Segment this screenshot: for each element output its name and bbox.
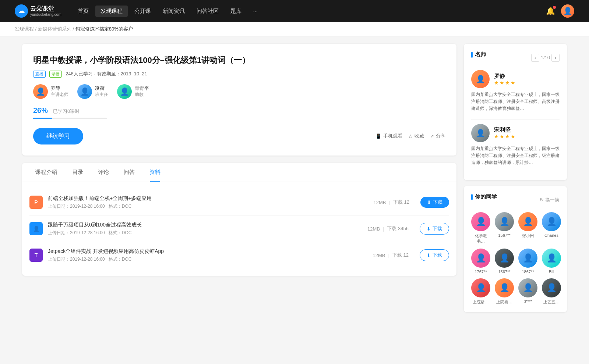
download-button[interactable]: ⬇ 下载 [420, 223, 449, 235]
classmate-avatar: 👤 [471, 212, 490, 231]
logo[interactable]: ☁ 云朵课堂 yunduoketang.com [15, 4, 61, 18]
classmate-avatar-icon: 👤 [518, 278, 537, 297]
classmate-item[interactable]: 👤 1867** [518, 249, 537, 274]
teachers-sidebar-card: 名师 ‹ 1/10 › 👤 罗静 ★★★★ 国内某重点大学安全工程专业硕士，国家… [464, 44, 567, 180]
sidebar-teacher-header: 👤 宋利坚 ★★★★ [471, 124, 560, 142]
sidebar-teacher-avatar: 👤 [471, 124, 490, 142]
teacher-item: 👤 凌荷 班主任 [77, 84, 108, 99]
nav-item-发现课程[interactable]: 发现课程 [95, 6, 128, 17]
classmate-item[interactable]: 👤 1567** [495, 249, 514, 274]
stats-divider: | [389, 200, 390, 205]
classmate-name: 上院桥… [473, 299, 489, 305]
logo-icon: ☁ [15, 4, 28, 18]
nav-item-问答社区[interactable]: 问答社区 [191, 6, 224, 17]
classmate-avatar: 👤 [471, 278, 490, 297]
refresh-classmates-button[interactable]: ↻ 换一换 [540, 197, 560, 203]
logo-text: 云朵课堂 yunduoketang.com [30, 5, 61, 17]
classmate-name: 张小田 [522, 233, 534, 239]
resource-meta: 上传日期：2019-12-28 16:00 格式：DOC [48, 203, 368, 210]
tabs-card: 课程介绍目录评论问答资料 P 前端全栈加强版！前端全栈+全周期+多端应用 上传日… [22, 163, 456, 276]
resource-downloads: 下载 12 [392, 252, 409, 258]
classmate-item[interactable]: 👤 1567** [495, 212, 514, 244]
navbar: ☁ 云朵课堂 yunduoketang.com 首页发现课程公开课新闻资讯问答社… [0, 0, 589, 22]
classmate-name: Charles [544, 233, 558, 238]
resource-downloads: 下载 12 [393, 199, 409, 206]
tab-content: P 前端全栈加强版！前端全栈+全周期+多端应用 上传日期：2019-12-28 … [22, 182, 456, 276]
next-page-button[interactable]: › [551, 54, 560, 62]
classmate-item[interactable]: 👤 张小田 [518, 212, 537, 244]
user-avatar-nav[interactable]: 👤 [561, 4, 574, 18]
breadcrumb-link-1[interactable]: 发现课程 [15, 26, 34, 32]
classmate-name: 1867** [522, 270, 534, 274]
teacher-item: 👤 青青平 助教 [117, 84, 149, 99]
nav-item-题库[interactable]: 题库 [225, 6, 247, 17]
resource-size: 12MB [367, 226, 380, 232]
resource-meta: 上传日期：2019-12-28 16:00 格式：DOC [48, 230, 362, 236]
classmate-avatar-icon: 👤 [471, 212, 490, 231]
classmate-avatar: 👤 [495, 212, 514, 231]
classmate-avatar-icon: 👤 [518, 212, 537, 231]
teacher-avatar: 👤 [77, 84, 92, 99]
course-stats: 246人已学习 · 有效期至：2019–10–21 [66, 71, 147, 77]
teachers-sidebar-header: 名师 ‹ 1/10 › [471, 51, 560, 64]
resource-stats: 12MB | 下载 12 [374, 199, 409, 206]
progress-section: 26% 已学习0课时 [33, 106, 445, 119]
sidebar-teacher-stars: ★★★★ [494, 133, 516, 139]
nav-item-首页[interactable]: 首页 [73, 6, 94, 17]
collect-button[interactable]: ☆ 收藏 [408, 133, 424, 139]
teacher-item: 👤 罗静 主讲老师 [33, 84, 68, 99]
download-button[interactable]: ⬇ 下载 [420, 197, 449, 208]
classmate-avatar: 👤 [518, 249, 537, 268]
notification-bell[interactable]: 🔔 [546, 7, 555, 15]
nav-item-···[interactable]: ··· [248, 6, 263, 17]
progress-bar-fill [33, 118, 52, 119]
classmate-avatar-icon: 👤 [471, 278, 490, 297]
course-title: 明星中教授课，小学阶段语法100分–强化级第1讲动词（一） [33, 55, 445, 66]
teachers-sidebar-title: 名师 [471, 51, 486, 58]
star-icon: ☆ [408, 133, 413, 139]
classmate-name: Bill [549, 270, 554, 274]
teachers-list: 👤 罗静 主讲老师 👤 凌荷 班主任 👤 青青平 助教 [33, 84, 445, 99]
tab-目录[interactable]: 目录 [66, 163, 89, 182]
tab-评论[interactable]: 评论 [92, 163, 115, 182]
action-buttons: 📱 手机观看 ☆ 收藏 ↗ 分享 [375, 133, 445, 139]
share-button[interactable]: ↗ 分享 [430, 133, 445, 139]
sidebar-teachers-list: 👤 罗静 ★★★★ 国内某重点大学安全工程专业硕士，国家一级注册消防工程师、注册… [471, 70, 560, 166]
classmate-item[interactable]: 👤 0**** [518, 278, 537, 305]
classmate-avatar: 👤 [518, 212, 537, 231]
tab-课程介绍[interactable]: 课程介绍 [29, 163, 63, 182]
resource-name: 前端全栈加强版！前端全栈+全周期+多端应用 [48, 195, 368, 202]
classmates-sidebar-header: 你的同学 ↻ 换一换 [471, 193, 560, 206]
tab-问答[interactable]: 问答 [118, 163, 141, 182]
classmates-sidebar-title: 你的同学 [471, 193, 497, 200]
breadcrumb-link-2[interactable]: 新媒体营销系列 [38, 26, 71, 32]
nav-item-新闻资讯[interactable]: 新闻资讯 [158, 6, 190, 17]
nav-item-公开课[interactable]: 公开课 [129, 6, 156, 17]
stats-divider: | [388, 253, 389, 258]
teacher-name: 罗静 [51, 85, 68, 92]
classmate-item[interactable]: 👤 Bill [542, 249, 561, 274]
teacher-role: 助教 [135, 92, 149, 98]
sidebar-teacher-card: 👤 宋利坚 ★★★★ 国内某重点大学安全工程专业硕士，国家一级注册消防工程师、注… [471, 124, 560, 167]
classmate-item[interactable]: 👤 化学教书… [471, 212, 490, 244]
resource-downloads: 下载 3456 [387, 225, 409, 232]
classmate-item[interactable]: 👤 上院桥… [495, 278, 514, 305]
prev-page-button[interactable]: ‹ [531, 54, 539, 62]
tab-资料[interactable]: 资料 [144, 163, 166, 182]
classmate-item[interactable]: 👤 Charles [542, 212, 561, 244]
download-button[interactable]: ⬇ 下载 [420, 249, 449, 261]
resource-size: 12MB [373, 253, 385, 258]
classmate-avatar-icon: 👤 [495, 249, 514, 268]
teacher-avatar-icon: 👤 [33, 84, 48, 99]
teacher-info: 青青平 助教 [135, 85, 149, 98]
resource-icon: 👤 [29, 222, 43, 235]
classmate-avatar: 👤 [471, 249, 490, 268]
classmate-item[interactable]: 👤 上院桥… [471, 278, 490, 305]
phone-watch-button[interactable]: 📱 手机观看 [375, 133, 402, 139]
classmate-item[interactable]: 👤 上乙五… [542, 278, 561, 305]
tabs-header: 课程介绍目录评论问答资料 [22, 163, 456, 182]
classmate-item[interactable]: 👤 1767** [471, 249, 490, 274]
continue-button[interactable]: 继续学习 [33, 128, 83, 144]
sidebar-teacher-stars: ★★★★ [494, 80, 516, 86]
teacher-avatar: 👤 [33, 84, 48, 99]
